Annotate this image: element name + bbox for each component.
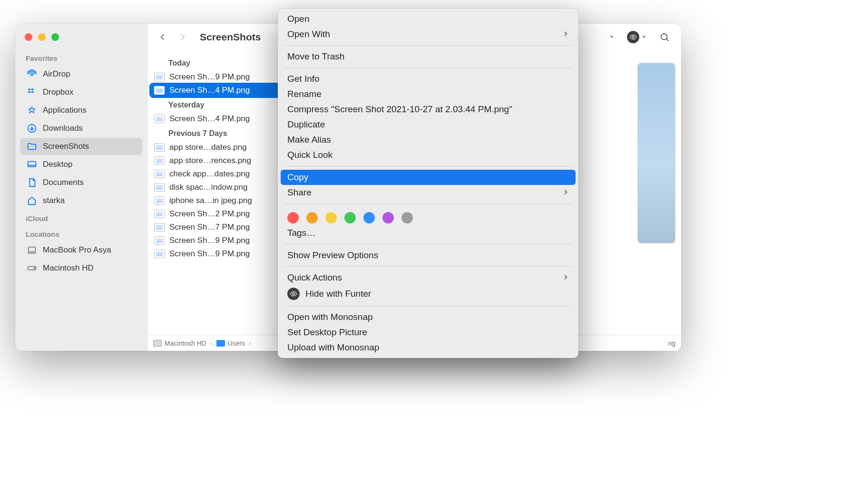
context-menu-label: Open With [287, 29, 330, 39]
sidebar-item-screenshots[interactable]: ScreenShots [20, 138, 142, 155]
context-menu-item[interactable]: Rename [278, 87, 578, 102]
eye-icon [287, 288, 300, 300]
sidebar-item-label: MacBook Pro Asya [43, 245, 111, 255]
menu-separator [284, 244, 572, 244]
chevron-down-icon [641, 33, 647, 41]
harddrive-icon [27, 263, 37, 273]
context-menu-label: Move to Trash [287, 51, 344, 62]
context-menu-item[interactable]: Open With [278, 27, 578, 42]
toolbar-dropdown-button[interactable] [606, 31, 617, 43]
close-button[interactable] [25, 33, 32, 41]
svg-rect-3 [29, 247, 36, 252]
svg-point-8 [293, 293, 294, 295]
context-menu-label: Make Alias [287, 135, 331, 145]
tag-color[interactable] [401, 212, 413, 223]
context-menu-label: Upload with Monosnap [287, 342, 379, 353]
minimize-button[interactable] [38, 33, 46, 41]
file-row[interactable]: Screen Sh…4 PM.png [147, 112, 290, 126]
file-row[interactable]: Screen Sh…9 PM.png [147, 247, 290, 261]
context-menu-label: Show Preview Options [287, 250, 378, 261]
file-row[interactable]: Screen Sh…9 PM.png [147, 234, 290, 247]
sidebar-item-dropbox[interactable]: Dropbox [20, 84, 142, 101]
context-menu-item[interactable]: Move to Trash [278, 49, 578, 64]
sidebar-item-macbook[interactable]: MacBook Pro Asya [20, 242, 142, 259]
sidebar-item-documents[interactable]: Documents [20, 174, 142, 191]
file-row[interactable]: disk spac…indow.png [147, 181, 290, 194]
context-menu-item[interactable]: Quick Actions [278, 270, 578, 285]
file-name: Screen Sh…9 PM.png [169, 236, 250, 245]
back-button[interactable] [156, 32, 169, 42]
context-menu-item[interactable]: Tags… [278, 225, 578, 241]
file-name: app store…rences.png [169, 156, 251, 165]
sidebar-item-macintosh-hd[interactable]: Macintosh HD [20, 260, 142, 277]
svg-point-5 [34, 268, 35, 269]
pathbar-crumb[interactable]: Macintosh HD [153, 339, 206, 347]
context-menu-item[interactable]: Make Alias [278, 132, 578, 147]
dropbox-icon [27, 87, 37, 97]
context-menu-item[interactable]: Upload with Monosnap [278, 340, 578, 355]
context-menu-item[interactable]: Open with Monosnap [278, 310, 578, 325]
sidebar-item-applications[interactable]: Applications [20, 102, 142, 119]
maximize-button[interactable] [51, 33, 59, 41]
context-menu: OpenOpen WithMove to TrashGet InfoRename… [278, 9, 578, 358]
pathbar-crumb[interactable]: Users [216, 339, 245, 347]
file-name: Screen Sh…4 PM.png [169, 114, 250, 124]
applications-icon [27, 105, 37, 116]
file-name: Screen Sh…7 PM.png [169, 223, 250, 232]
context-menu-item[interactable]: Compress "Screen Shot 2021-10-27 at 2.03… [278, 102, 578, 117]
file-list[interactable]: TodayScreen Sh…9 PM.pngScreen Sh…4 PM.pn… [147, 50, 290, 335]
tag-color[interactable] [344, 212, 356, 223]
context-menu-item[interactable]: Hide with Funter [278, 285, 578, 302]
search-button[interactable] [656, 30, 673, 44]
file-row[interactable]: Screen Sh…7 PM.png [147, 221, 290, 234]
sidebar-item-label: Documents [43, 178, 84, 187]
context-menu-label: Tags… [287, 228, 315, 238]
toolbar-eye-dropdown[interactable] [624, 29, 650, 45]
context-menu-item[interactable]: Open [278, 11, 578, 27]
context-menu-label: Quick Look [287, 150, 333, 160]
sidebar-item-label: Dropbox [43, 87, 73, 97]
context-menu-label: Quick Actions [287, 272, 342, 283]
file-row[interactable]: Screen Sh…2 PM.png [147, 207, 290, 221]
file-row[interactable]: check app…dates.png [147, 167, 290, 181]
file-row[interactable]: app store…rences.png [147, 154, 290, 167]
file-name: Screen Sh…9 PM.png [169, 249, 250, 259]
sidebar-item-desktop[interactable]: Desktop [20, 156, 142, 173]
file-icon [154, 210, 165, 218]
sidebar-item-home[interactable]: starka [20, 192, 142, 209]
window-controls [15, 30, 147, 49]
sidebar-item-downloads[interactable]: Downloads [20, 120, 142, 137]
tag-color[interactable] [287, 212, 299, 223]
tag-color[interactable] [306, 212, 318, 223]
context-menu-item[interactable]: Duplicate [278, 117, 578, 132]
context-menu-item[interactable]: Set Desktop Picture [278, 325, 578, 340]
tag-color[interactable] [363, 212, 375, 223]
file-name: check app…dates.png [169, 169, 250, 179]
context-menu-item[interactable]: Get Info [278, 71, 578, 87]
folder-icon [216, 340, 225, 347]
menu-separator [284, 45, 572, 46]
context-menu-item[interactable]: Share [278, 185, 578, 200]
file-icon [154, 170, 165, 178]
file-icon [154, 196, 165, 205]
file-name: Screen Sh…2 PM.png [169, 209, 250, 219]
sidebar-item-airdrop[interactable]: AirDrop [20, 66, 142, 83]
context-menu-item[interactable]: Show Preview Options [278, 248, 578, 263]
file-name: app store…dates.png [169, 143, 247, 152]
file-row[interactable]: Screen Sh…9 PM.png [147, 70, 290, 84]
file-icon [154, 183, 165, 192]
file-row[interactable]: iphone sa…in jpeg.png [147, 194, 290, 207]
context-menu-item[interactable]: Copy [281, 170, 576, 185]
context-menu-item[interactable]: Quick Look [278, 147, 578, 163]
tag-color[interactable] [382, 212, 394, 223]
context-menu-label: Copy [287, 172, 308, 183]
sidebar-item-label: Applications [43, 106, 87, 115]
chevron-down-icon [609, 33, 615, 41]
sidebar-item-label: AirDrop [43, 69, 70, 79]
file-row[interactable]: app store…dates.png [147, 141, 290, 154]
file-group-heading: Previous 7 Days [147, 126, 290, 141]
tag-color[interactable] [325, 212, 337, 223]
forward-button[interactable] [176, 32, 189, 42]
file-row[interactable]: Screen Sh…4 PM.png [150, 84, 287, 97]
menu-separator [284, 306, 572, 306]
